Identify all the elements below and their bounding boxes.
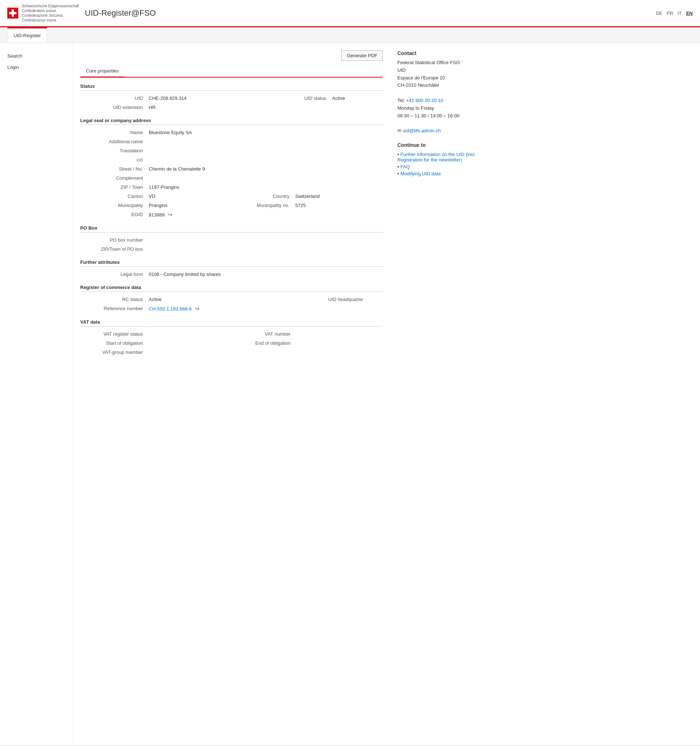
- uid-label: UID: [80, 94, 146, 103]
- municipality-no-value: 5725: [292, 201, 383, 210]
- list-item: Modifying UID data: [397, 170, 477, 177]
- lang-de[interactable]: DE: [656, 11, 662, 16]
- country-label: Country: [234, 192, 292, 201]
- toolbar: Generate PDF: [80, 50, 383, 61]
- svg-rect-2: [9, 12, 17, 14]
- table-row: Municipality Prangins Municipality no. 5…: [80, 201, 383, 210]
- zip-po-label: ZIP/Town of PO box: [80, 245, 146, 254]
- po-box-table: PO box number ZIP/Town of PO box: [80, 235, 383, 254]
- end-obligation-label: End of obligation: [235, 338, 294, 348]
- lang-fr[interactable]: FR: [667, 11, 673, 16]
- main-layout: Search Login Generate PDF Core propertie…: [0, 43, 700, 745]
- table-row: Additional name: [80, 137, 383, 146]
- app-title: UID-Register@FSO: [85, 8, 156, 18]
- table-row: Street / No. Chemin de la Chenalette 9: [80, 164, 383, 173]
- table-row: c/o: [80, 155, 383, 164]
- legal-seat-table: Name Bluestone Equity SA Additional name…: [80, 128, 383, 220]
- language-nav: DE FR IT EN: [656, 11, 693, 16]
- further-attributes-table: Legal form 0106 - Company limited by sha…: [80, 270, 383, 279]
- register-commerce-table: RC status Active UID headquarter Referen…: [80, 295, 383, 313]
- contact-dept: UID: [397, 67, 477, 74]
- uid-value: CHE-208.929.314: [146, 94, 271, 103]
- complement-value: [146, 173, 383, 183]
- main-content: Generate PDF Core properties Status UID …: [73, 43, 390, 745]
- zip-label: ZIP / Town: [80, 183, 146, 192]
- end-obligation-value: [294, 338, 383, 348]
- legal-form-value: 0106 - Company limited by shares: [146, 270, 383, 279]
- table-row: ZIP / Town 1197 Prangins: [80, 183, 383, 192]
- legal-form-label: Legal form: [80, 270, 146, 279]
- canton-value: VD: [146, 192, 234, 201]
- egid-redirect-icon[interactable]: ↪: [168, 212, 172, 218]
- section-legal-seat-header: Legal seat or company address: [80, 118, 383, 125]
- tab-bar: UID-Register: [0, 27, 700, 43]
- reference-number-value: CH-550.1.193.668-6 ↪: [146, 304, 308, 313]
- sidebar: Search Login: [0, 43, 73, 745]
- continue-link-2[interactable]: Modifying UID data: [400, 171, 441, 176]
- uid-headquarter-label: UID headquarter: [308, 295, 366, 304]
- continue-list: Further information on the UID (incl. Re…: [397, 151, 477, 177]
- generate-pdf-button[interactable]: Generate PDF: [341, 50, 383, 61]
- core-properties-tabs: Core properties: [80, 65, 383, 78]
- lang-en[interactable]: EN: [686, 11, 693, 16]
- table-row: Reference number CH-550.1.193.668-6 ↪: [80, 304, 383, 313]
- tab-uid-register[interactable]: UID-Register: [7, 27, 47, 43]
- contact-title: Contact: [397, 50, 477, 56]
- section-further-attributes-header: Further attributes: [80, 259, 383, 267]
- rc-status-label: RC status: [80, 295, 146, 304]
- contact-address: Espace de l'Europe 10: [397, 74, 477, 82]
- sidebar-item-search[interactable]: Search: [0, 50, 72, 62]
- table-row: Name Bluestone Equity SA: [80, 128, 383, 137]
- start-obligation-label: Start of obligation: [80, 338, 146, 348]
- tel-link[interactable]: +41 800 20 20 10: [406, 98, 443, 103]
- sidebar-item-login[interactable]: Login: [0, 62, 72, 73]
- reference-number-link[interactable]: CH-550.1.193.668-6: [149, 306, 192, 311]
- additional-name-label: Additional name: [80, 137, 146, 146]
- logo-text: Schweizerische Eidgenossenschaft Confédé…: [22, 4, 79, 23]
- po-box-number-label: PO box number: [80, 235, 146, 245]
- municipality-label: Municipality: [80, 201, 146, 210]
- rc-status-value: Active: [146, 295, 308, 304]
- vat-data-table: VAT register status VAT number Start of …: [80, 329, 383, 357]
- contact-hours2: 08:30 – 11:30 / 14:00 – 16:00: [397, 112, 477, 120]
- uid-extension-value: HR: [146, 103, 271, 112]
- continue-link-1[interactable]: FAQ: [400, 164, 410, 170]
- street-value: Chemin de la Chenalette 9: [146, 164, 383, 173]
- tab-core-properties[interactable]: Core properties: [80, 65, 125, 78]
- egid-label: EGID: [80, 210, 146, 220]
- uid-status-label: UID status: [271, 94, 329, 103]
- vat-group-label: VAT-group member: [80, 348, 146, 357]
- status-table: UID CHE-208.929.314 UID status Active UI…: [80, 94, 383, 112]
- email-icon: ✉: [397, 128, 403, 133]
- table-row: ZIP/Town of PO box: [80, 245, 383, 254]
- table-row: PO box number: [80, 235, 383, 245]
- lang-it[interactable]: IT: [677, 11, 682, 16]
- logo-area: Schweizerische Eidgenossenschaft Confédé…: [7, 4, 79, 23]
- section-register-commerce-header: Register of commerce data: [80, 284, 383, 292]
- tel-label: Tel:: [397, 98, 405, 103]
- co-label: c/o: [80, 155, 146, 164]
- section-po-box-header: PO Box: [80, 225, 383, 233]
- continue-to-section: Continue to Further information on the U…: [397, 142, 477, 177]
- complement-label: Complement: [80, 173, 146, 183]
- continue-to-title: Continue to: [397, 142, 477, 148]
- translation-value: [146, 146, 383, 155]
- po-box-number-value: [146, 235, 383, 245]
- reference-redirect-icon[interactable]: ↪: [195, 306, 199, 311]
- vat-register-status-label: VAT register status: [80, 329, 146, 338]
- vat-group-value: [146, 348, 383, 357]
- table-row: Legal form 0106 - Company limited by sha…: [80, 270, 383, 279]
- contact-org: Federal Statistical Office FSO: [397, 59, 477, 67]
- canton-label: Canton: [80, 192, 146, 201]
- email-link[interactable]: uid@bfs.admin.ch: [403, 128, 441, 133]
- continue-link-0[interactable]: Further information on the UID (incl. Re…: [397, 152, 476, 162]
- table-row: UID CHE-208.929.314 UID status Active: [80, 94, 383, 103]
- egid-value: 813889 ↪: [146, 210, 234, 220]
- header-left: Schweizerische Eidgenossenschaft Confédé…: [7, 4, 156, 23]
- uid-extension-label: UID extension: [80, 103, 146, 112]
- vat-register-status-value: [146, 329, 235, 338]
- list-item: FAQ: [397, 163, 477, 170]
- contact-hours1: Monday to Friday: [397, 105, 477, 112]
- contact-section: Contact Federal Statistical Office FSO U…: [397, 50, 477, 135]
- reference-number-label: Reference number: [80, 304, 146, 313]
